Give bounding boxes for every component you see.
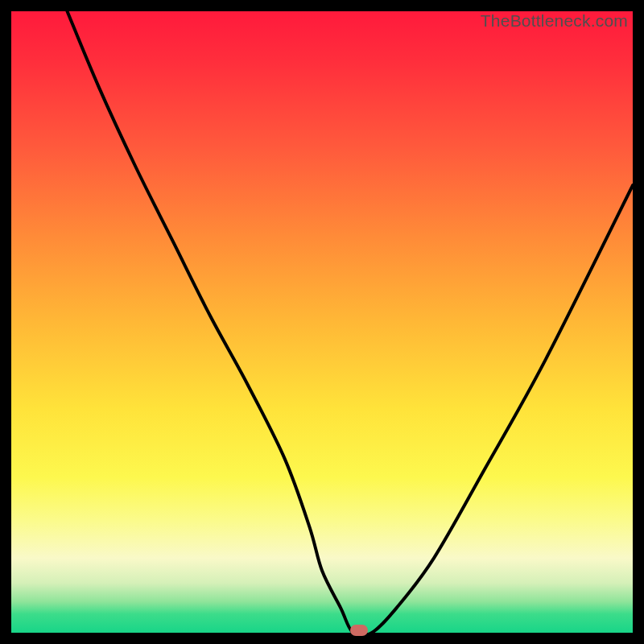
bottleneck-curve bbox=[11, 11, 633, 633]
chart-plot-area: TheBottleneck.com bbox=[11, 11, 633, 633]
optimal-point-marker bbox=[350, 625, 368, 636]
